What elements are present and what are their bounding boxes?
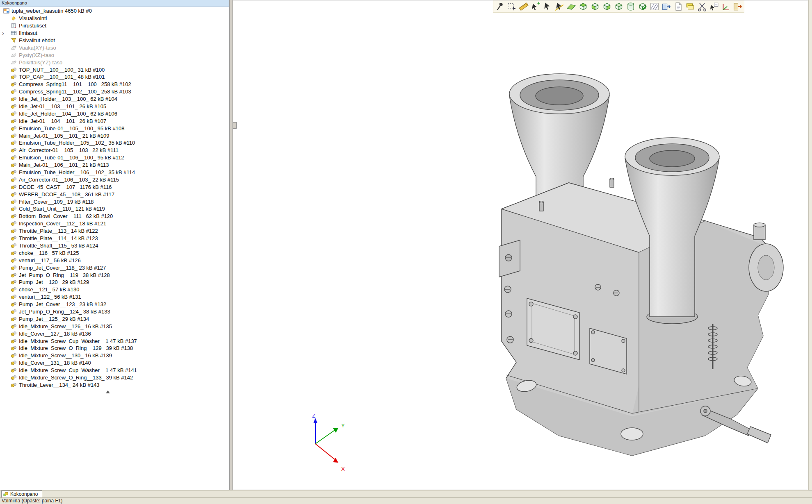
tree-item-label: venturi__122_ 56 kB #131 (19, 294, 81, 300)
tree-item[interactable]: Pysty(XZ)-taso (0, 51, 229, 59)
tree-item[interactable]: venturi__117_ 56 kB #126 (0, 257, 229, 264)
measure-icon[interactable] (518, 1, 529, 12)
tree-item[interactable]: Emulsion_Tube_Holder__105__102_ 35 kB #1… (0, 139, 229, 147)
status-bar: Valmiina (Opaste: paina F1) (0, 497, 812, 504)
tree-item[interactable]: Pump_Jet__125_ 29 kB #134 (0, 315, 229, 322)
tree-item[interactable]: venturi__122_ 56 kB #131 (0, 293, 229, 301)
cursor-snap-icon[interactable] (529, 1, 541, 12)
select-window-icon[interactable] (506, 1, 518, 12)
splitter-handle[interactable] (233, 122, 237, 129)
view-cylinder-icon[interactable] (625, 1, 636, 12)
tree-item[interactable]: Filter_Cover__109_ 19 kB #118 (0, 198, 229, 205)
tree-item[interactable]: Idle_Jet-01__103__101_ 26 kB #105 (0, 103, 229, 110)
cursor-angle-icon[interactable] (553, 1, 565, 12)
shaded-view-icon[interactable] (636, 1, 648, 12)
tree-item[interactable]: Visualisointi (0, 15, 229, 22)
trim-icon[interactable] (696, 1, 708, 12)
tree-item[interactable]: Pump_Jet_Cover__118_ 23 kB #127 (0, 264, 229, 271)
tree-item-label: Idle_Mixture_Screw_Cup_Washer__1 47 kB #… (19, 367, 137, 373)
tree-item-label: Throttle_Plate__113_ 14 kB #122 (19, 228, 98, 234)
tree-item[interactable]: ›Ilmiasut (0, 30, 229, 37)
tab-label: Kokoonpano (10, 491, 38, 497)
part-icon (11, 213, 17, 219)
exit-model-icon[interactable] (732, 1, 744, 12)
tree-item[interactable]: Idle_Mixture_Screw__130_ 16 kB #139 (0, 352, 229, 359)
tree-item[interactable]: Idle_Mixture_Screw_Cup_Washer__1 47 kB #… (0, 367, 229, 374)
view-top-icon[interactable] (577, 1, 589, 12)
tree-item[interactable]: Inspection_Cover__112_ 18 kB #121 (0, 220, 229, 227)
tree-item[interactable]: Emulsion_Tube-01__106__100_ 95 kB #112 (0, 154, 229, 161)
tree-root-item[interactable]: tupla_weber_kaasutin 4650 kB #0 (0, 7, 229, 15)
tree-item[interactable]: Idle_Mixture_Screw_O_Ring__133_ 39 kB #1… (0, 374, 229, 381)
tree-item[interactable]: choke__121_ 57 kB #130 (0, 286, 229, 293)
main-toolbar (493, 0, 744, 13)
carburetor-body-group[interactable] (499, 74, 783, 456)
part-icon (11, 250, 17, 256)
work-plane-icon[interactable] (565, 1, 577, 12)
tree-item[interactable]: WEBER_DCOE_45__108_ 361 kB #117 (0, 191, 229, 198)
view-front-icon[interactable] (589, 1, 601, 12)
tree-item[interactable]: Bottom_Bowl_Cover__111_ 62 kB #120 (0, 213, 229, 220)
carburetor-model[interactable]: Z Y X (233, 0, 808, 490)
tree-item[interactable]: Idle_Jet_Holder__104__100_ 62 kB #106 (0, 110, 229, 117)
tree-item[interactable]: Throttle_Shaft__115_ 53 kB #124 (0, 242, 229, 250)
tree-item[interactable]: Cold_Start_Unit__110_ 121 kB #119 (0, 205, 229, 213)
tree-item[interactable]: Idle_Mixture_Screw__126_ 16 kB #135 (0, 322, 229, 330)
tree-item[interactable]: Poikittais(YZ)-taso (0, 59, 229, 66)
tree-item[interactable]: Air_Corrector-01__106__103_ 22 kB #115 (0, 176, 229, 183)
part-icon (11, 170, 17, 175)
tree-item-label: Compress_Spring11__102__100_ 258 kB #103 (19, 89, 131, 95)
view-iso-icon[interactable] (613, 1, 625, 12)
tree-item[interactable]: Pump_Jet_Cover__123_ 23 kB #132 (0, 301, 229, 308)
panel-splitter[interactable] (230, 0, 233, 490)
cursor-select-icon[interactable] (541, 1, 553, 12)
tree-item[interactable]: Pump_Jet__120_ 29 kB #129 (0, 279, 229, 286)
tree-item[interactable]: Throttle_Plate__114_ 14 kB #123 (0, 235, 229, 242)
tree-item[interactable]: DCOE_45_CAST__107_ 1176 kB #116 (0, 183, 229, 191)
tree-item[interactable]: Main_Jet-01__106__101_ 21 kB #113 (0, 161, 229, 169)
tree-item[interactable]: Idle_Cover__131_ 18 kB #140 (0, 359, 229, 367)
tree-item-label: Idle_Mixture_Screw__130_ 16 kB #139 (19, 352, 112, 359)
tree-item[interactable]: Idle_Jet_Holder__103__100_ 62 kB #104 (0, 95, 229, 103)
section-hatch-icon[interactable] (648, 1, 660, 12)
tree-item-label: Esivalitut ehdot (19, 37, 55, 43)
tree-item-label: Idle_Jet_Holder__103__100_ 62 kB #104 (19, 96, 117, 102)
tab-kokoonpano[interactable]: Kokoonpano (1, 490, 42, 497)
view-side-icon[interactable] (601, 1, 613, 12)
model-viewport[interactable]: Z Y X (233, 0, 808, 490)
drawing-sheet-icon[interactable] (672, 1, 684, 12)
tree-item[interactable]: choke__116_ 57 kB #125 (0, 249, 229, 257)
tree-item-label: Pump_Jet__120_ 29 kB #129 (19, 279, 89, 285)
scroll-up-icon[interactable] (106, 390, 110, 393)
tree-item[interactable]: TOP_CAP__100__101_ 48 kB #101 (0, 73, 229, 81)
import-model-icon[interactable] (660, 1, 672, 12)
tree-item[interactable]: Esivalitut ehdot (0, 37, 229, 44)
expand-chevron-icon[interactable]: › (2, 30, 4, 36)
tree-item[interactable]: Throttle_Lever__134_ 24 kB #143 (0, 381, 229, 388)
tree-item[interactable]: Piirustukset (0, 22, 229, 30)
part-icon (11, 324, 17, 329)
context-select-icon[interactable] (708, 1, 720, 12)
pin-icon[interactable] (494, 1, 506, 12)
part-icon (11, 184, 17, 190)
tree-item[interactable]: Main_Jet-01__105__101_ 21 kB #109 (0, 132, 229, 139)
tree-item[interactable]: Idle_Jet-01__104__101_ 26 kB #107 (0, 117, 229, 125)
tree-scroll-splitter[interactable] (0, 389, 229, 395)
tree-item[interactable]: Compress_Spring11__102__100_ 258 kB #103 (0, 88, 229, 95)
tree-item[interactable]: Vaaka(XY)-taso (0, 44, 229, 51)
layers-icon[interactable] (684, 1, 696, 12)
tree-item[interactable]: Jet_Pump_O_Ring__124_ 38 kB #133 (0, 308, 229, 316)
tree-item-label: Idle_Mixture_Screw_Cup_Washer__1 47 kB #… (19, 338, 137, 344)
tree-item[interactable]: Emulsion_Tube_Holder__106__102_ 35 kB #1… (0, 169, 229, 176)
tree-item[interactable]: TOP_NUT__100__100_ 31 kB #100 (0, 66, 229, 73)
local-axis-icon[interactable] (720, 1, 732, 12)
tree-item[interactable]: Emulsion_Tube-01__105__100_ 95 kB #108 (0, 125, 229, 132)
tree-item[interactable]: Throttle_Plate__113_ 14 kB #122 (0, 227, 229, 235)
tree-item[interactable]: Idle_Cover__127_ 18 kB #136 (0, 330, 229, 337)
tree-item[interactable]: Compress_Spring11__101__100_ 258 kB #102 (0, 81, 229, 88)
part-icon (11, 331, 17, 336)
tree-item[interactable]: Air_Corrector-01__105__103_ 22 kB #111 (0, 147, 229, 154)
tree-item[interactable]: Idle_Mixture_Screw_O_Ring__129_ 39 kB #1… (0, 345, 229, 352)
tree-item[interactable]: Jet_Pump_O_Ring__119_ 38 kB #128 (0, 271, 229, 279)
tree-item[interactable]: Idle_Mixture_Screw_Cup_Washer__1 47 kB #… (0, 337, 229, 345)
